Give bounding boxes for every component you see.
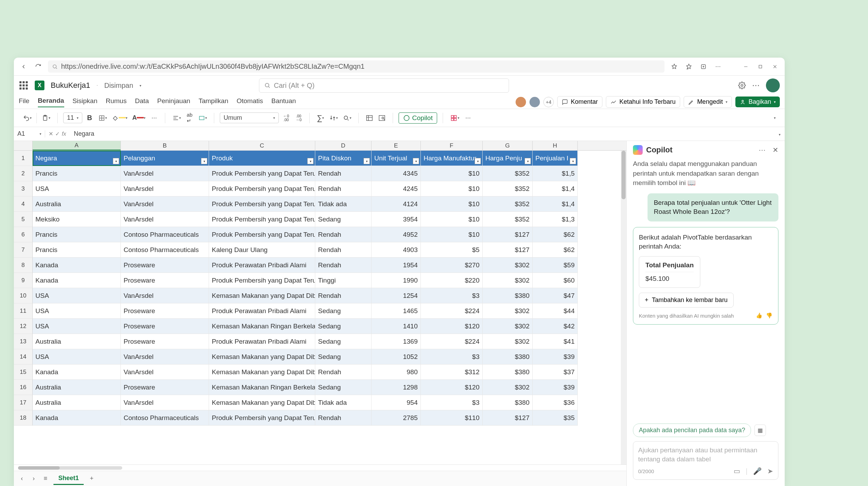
row-header[interactable]: 10: [14, 288, 33, 303]
row-header[interactable]: 1: [14, 151, 33, 166]
cell[interactable]: $302: [483, 273, 533, 288]
table-header-cell[interactable]: Negara▾: [33, 151, 121, 166]
cell[interactable]: $302: [483, 258, 533, 273]
filter-button[interactable]: ▾: [364, 158, 370, 164]
cell[interactable]: $44: [533, 303, 578, 319]
tab-file[interactable]: File: [19, 97, 30, 107]
cell[interactable]: Sedang: [315, 319, 372, 334]
document-title[interactable]: BukuKerja1: [51, 81, 90, 90]
cell[interactable]: $1,3: [533, 212, 578, 227]
cell[interactable]: Rendah: [315, 364, 372, 380]
collaborator-count[interactable]: +4: [543, 97, 554, 107]
copilot-close-button[interactable]: ✕: [773, 146, 778, 154]
cell[interactable]: 4952: [372, 227, 421, 242]
column-header[interactable]: C: [209, 141, 315, 150]
row-header[interactable]: 8: [14, 258, 33, 273]
row-header[interactable]: 18: [14, 410, 33, 426]
row-header[interactable]: 2: [14, 166, 33, 181]
settings-icon[interactable]: [738, 82, 746, 89]
expand-formula-bar-icon[interactable]: ▾: [775, 131, 785, 137]
table-header-cell[interactable]: Pita Diskon▾: [315, 151, 372, 166]
cell[interactable]: $380: [483, 349, 533, 364]
filter-button[interactable]: ▾: [525, 158, 531, 164]
formula-input[interactable]: Negara: [69, 130, 775, 137]
tab-rumus[interactable]: Rumus: [106, 97, 126, 107]
cell[interactable]: Rendah: [315, 166, 372, 181]
cell[interactable]: Kemasan Makanan yang Dapat Dib: [209, 364, 315, 380]
user-avatar[interactable]: [766, 78, 780, 92]
table-header-cell[interactable]: Pelanggan▾: [121, 151, 209, 166]
cell[interactable]: Produk Pembersih yang Dapat Teru: [209, 181, 315, 196]
cell[interactable]: Produk Pembersih yang Dapat Teru: [209, 273, 315, 288]
cell[interactable]: VanArsdel: [121, 349, 209, 364]
cell[interactable]: $10: [421, 227, 483, 242]
cell[interactable]: $312: [421, 364, 483, 380]
filter-button[interactable]: ▾: [475, 158, 481, 164]
cell[interactable]: 1410: [372, 319, 421, 334]
cell[interactable]: VanArsdel: [121, 288, 209, 303]
prev-sheet-button[interactable]: ‹: [18, 475, 26, 482]
name-box[interactable]: A1▾: [14, 130, 45, 137]
table-header-cell[interactable]: Harga Manufaktur▾: [421, 151, 483, 166]
tab-peninjauan[interactable]: Peninjauan: [157, 97, 190, 107]
cell[interactable]: Produk Pembersih yang Dapat Teru: [209, 196, 315, 212]
cell[interactable]: Kaleng Daur Ulang: [209, 242, 315, 258]
cell[interactable]: $224: [421, 303, 483, 319]
cell[interactable]: $1,5: [533, 166, 578, 181]
grid-body[interactable]: 1Negara▾Pelanggan▾Produk▾Pita Diskon▾Uni…: [14, 151, 626, 464]
row-header[interactable]: 7: [14, 242, 33, 258]
row-header[interactable]: 16: [14, 380, 33, 395]
chevron-down-icon[interactable]: ▾: [140, 84, 141, 87]
cell[interactable]: Sedang: [315, 212, 372, 227]
favorite-icon[interactable]: [669, 62, 679, 72]
cell[interactable]: 3954: [372, 212, 421, 227]
column-header[interactable]: F: [421, 141, 483, 150]
send-icon[interactable]: ➤: [767, 467, 773, 475]
tab-data[interactable]: Data: [135, 97, 149, 107]
vertical-scrollbar[interactable]: [621, 151, 626, 464]
cell[interactable]: 954: [372, 395, 421, 410]
all-sheets-button[interactable]: ≡: [42, 475, 49, 482]
filter-button[interactable]: ▾: [570, 158, 576, 164]
tab-beranda[interactable]: Beranda: [38, 97, 64, 107]
attach-icon[interactable]: ▭: [734, 467, 740, 475]
cell[interactable]: $10: [421, 212, 483, 227]
tab-bantuan[interactable]: Bantuan: [271, 97, 296, 107]
cell[interactable]: 1052: [372, 349, 421, 364]
cell[interactable]: Produk Pembersih yang Dapat Teru: [209, 410, 315, 426]
cell[interactable]: 1990: [372, 273, 421, 288]
cell[interactable]: 2785: [372, 410, 421, 426]
cell[interactable]: Proseware: [121, 273, 209, 288]
cell[interactable]: Sedang: [315, 303, 372, 319]
filter-button[interactable]: ▾: [201, 158, 207, 164]
cell[interactable]: $224: [421, 334, 483, 349]
cell[interactable]: $352: [483, 166, 533, 181]
cell[interactable]: Rendah: [315, 288, 372, 303]
cell[interactable]: Kemasan Makanan yang Dapat Dib: [209, 288, 315, 303]
row-header[interactable]: 15: [14, 364, 33, 380]
cell[interactable]: Rendah: [315, 242, 372, 258]
share-button[interactable]: Bagikan ▾: [735, 97, 780, 107]
cell[interactable]: Tinggi: [315, 273, 372, 288]
cell[interactable]: VanArsdel: [121, 166, 209, 181]
cell[interactable]: $10: [421, 181, 483, 196]
cell[interactable]: Prancis: [33, 242, 121, 258]
cell[interactable]: $120: [421, 380, 483, 395]
cell[interactable]: USA: [33, 181, 121, 196]
whatsnew-button[interactable]: Ketahui Info Terbaru: [606, 96, 680, 108]
cell[interactable]: Australia: [33, 196, 121, 212]
cell[interactable]: Meksiko: [33, 212, 121, 227]
refresh-button[interactable]: [33, 62, 43, 72]
row-header[interactable]: 17: [14, 395, 33, 410]
sort-filter-button[interactable]: ▾: [328, 112, 339, 124]
cell[interactable]: $1,4: [533, 196, 578, 212]
prompt-guide-icon[interactable]: ▦: [754, 425, 766, 436]
cell[interactable]: Sedang: [315, 380, 372, 395]
cell[interactable]: USA: [33, 319, 121, 334]
row-header[interactable]: 3: [14, 181, 33, 196]
paste-button[interactable]: ▾: [40, 112, 52, 124]
cancel-fx-icon[interactable]: ✕: [49, 131, 53, 137]
cell[interactable]: Produk Pembersih yang Dapat Teru: [209, 166, 315, 181]
tab-sisipkan[interactable]: Sisipkan: [73, 97, 98, 107]
cell[interactable]: Produk Pembersih yang Dapat Teru: [209, 212, 315, 227]
